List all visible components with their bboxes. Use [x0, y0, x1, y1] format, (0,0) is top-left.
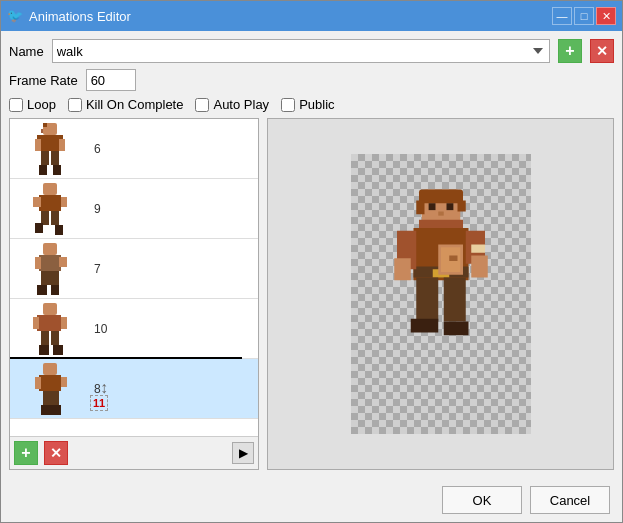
cancel-button[interactable]: Cancel	[530, 486, 610, 514]
svg-rect-43	[419, 190, 463, 204]
add-frame-button[interactable]: +	[14, 441, 38, 465]
drag-line-indicator	[10, 357, 242, 359]
loop-checkbox-label[interactable]: Loop	[9, 97, 56, 112]
minimize-button[interactable]: —	[552, 7, 572, 25]
frame-drag-number: 11	[90, 395, 108, 411]
svg-rect-10	[43, 183, 57, 195]
svg-rect-27	[37, 315, 61, 331]
svg-rect-41	[51, 405, 61, 415]
kill-checkbox-label[interactable]: Kill On Complete	[68, 97, 184, 112]
animations-editor-window: 🐦 Animations Editor — □ ✕ Name walk + ✕ …	[0, 0, 623, 523]
kill-label: Kill On Complete	[86, 97, 184, 112]
svg-rect-8	[53, 165, 61, 175]
frame-sprite-7	[10, 240, 90, 298]
dialog-footer: OK Cancel	[1, 478, 622, 522]
svg-rect-19	[39, 255, 61, 271]
frame-number-9: 9	[90, 202, 101, 216]
delete-animation-button[interactable]: ✕	[590, 39, 614, 63]
title-bar-controls: — □ ✕	[552, 7, 616, 25]
name-select[interactable]: walk	[52, 39, 550, 63]
svg-rect-18	[43, 243, 57, 255]
ok-button[interactable]: OK	[442, 486, 522, 514]
svg-rect-31	[51, 331, 59, 345]
svg-rect-34	[43, 363, 57, 375]
add-animation-button[interactable]: +	[558, 39, 582, 63]
frames-panel: 6	[9, 118, 259, 470]
frame-sprite-6	[10, 120, 90, 178]
options-row: Loop Kill On Complete Auto Play Public	[9, 97, 614, 112]
svg-rect-49	[438, 212, 444, 216]
loop-label: Loop	[27, 97, 56, 112]
svg-rect-35	[39, 375, 61, 391]
preview-panel	[267, 118, 614, 470]
frame-sprite-svg-10	[15, 301, 85, 357]
svg-rect-25	[51, 285, 59, 295]
frames-scroll: 6	[10, 119, 258, 436]
frame-rate-label: Frame Rate	[9, 73, 78, 88]
name-label: Name	[9, 44, 44, 59]
frame-item-6[interactable]: 6	[10, 119, 258, 179]
autoplay-checkbox[interactable]	[195, 98, 209, 112]
frame-item-7[interactable]: 7	[10, 239, 258, 299]
svg-rect-56	[471, 256, 488, 278]
svg-rect-21	[59, 257, 67, 267]
delete-frame-button[interactable]: ✕	[44, 441, 68, 465]
main-area: 6	[9, 118, 614, 470]
svg-rect-36	[35, 377, 41, 389]
svg-rect-15	[51, 211, 59, 225]
svg-rect-47	[428, 203, 435, 210]
frame-list[interactable]: 6	[10, 119, 258, 436]
svg-rect-26	[43, 303, 57, 315]
svg-rect-14	[41, 211, 49, 225]
svg-rect-54	[394, 258, 411, 280]
frame-sprite-svg-7	[15, 241, 85, 297]
autoplay-checkbox-label[interactable]: Auto Play	[195, 97, 269, 112]
svg-rect-5	[41, 151, 49, 165]
svg-rect-13	[61, 197, 67, 207]
svg-rect-37	[61, 377, 67, 387]
svg-rect-11	[39, 195, 61, 211]
svg-rect-39	[51, 391, 59, 405]
svg-rect-58	[416, 278, 438, 322]
svg-rect-17	[55, 225, 63, 235]
svg-rect-28	[33, 317, 39, 329]
public-checkbox-label[interactable]: Public	[281, 97, 334, 112]
title-bar-left: 🐦 Animations Editor	[7, 8, 131, 24]
title-bar: 🐦 Animations Editor — □ ✕	[1, 1, 622, 31]
frame-rate-input[interactable]	[86, 69, 136, 91]
maximize-button[interactable]: □	[574, 7, 594, 25]
svg-rect-59	[443, 278, 465, 322]
svg-rect-40	[41, 405, 51, 415]
sprite-preview-character	[386, 174, 496, 414]
frame-item-8[interactable]: 8 ↕ 11	[10, 359, 258, 419]
expand-frames-button[interactable]: ▶	[232, 442, 254, 464]
frames-bottom: + ✕ ▶	[10, 436, 258, 469]
svg-rect-29	[61, 317, 67, 329]
svg-rect-6	[51, 151, 59, 165]
svg-rect-16	[35, 223, 43, 233]
frame-sprite-8	[10, 360, 90, 418]
svg-rect-22	[41, 271, 51, 285]
svg-rect-12	[33, 197, 41, 207]
frame-number-10: 10	[90, 322, 107, 336]
svg-rect-33	[53, 345, 63, 355]
frame-item-9[interactable]: 9	[10, 179, 258, 239]
svg-rect-9	[43, 123, 47, 127]
svg-rect-32	[39, 345, 49, 355]
frame-number-6: 6	[90, 142, 101, 156]
kill-checkbox[interactable]	[68, 98, 82, 112]
svg-rect-44	[416, 201, 424, 215]
loop-checkbox[interactable]	[9, 98, 23, 112]
svg-rect-48	[446, 203, 453, 210]
frame-item-10[interactable]: 10	[10, 299, 258, 359]
svg-rect-64	[449, 256, 457, 262]
svg-rect-7	[39, 165, 47, 175]
svg-rect-20	[35, 257, 41, 269]
close-button[interactable]: ✕	[596, 7, 616, 25]
frame-sprite-svg-8	[15, 361, 85, 417]
autoplay-label: Auto Play	[213, 97, 269, 112]
public-checkbox[interactable]	[281, 98, 295, 112]
svg-rect-60	[410, 319, 438, 333]
svg-rect-23	[51, 271, 59, 285]
frame-sprite-svg-9	[15, 181, 85, 237]
